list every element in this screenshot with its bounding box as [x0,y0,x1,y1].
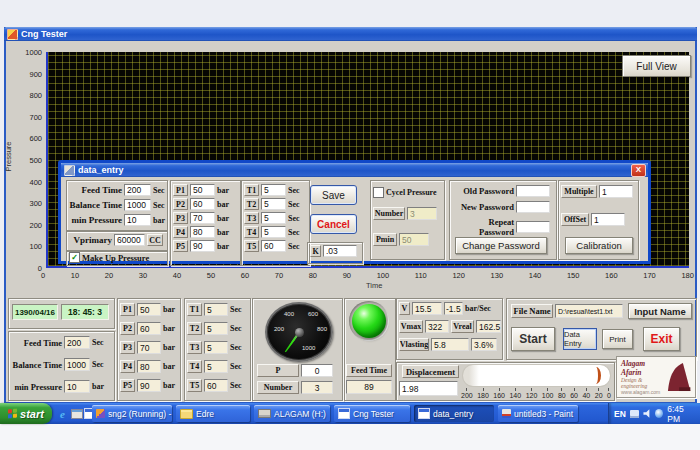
dialog-t2-field[interactable]: 5 [261,198,286,210]
dialog-p3-field[interactable]: 70 [190,212,215,224]
exit-button[interactable]: Exit [643,327,680,351]
t2-value[interactable]: 5 [204,322,228,335]
p4-unit: bar [163,362,175,371]
xtick: 120 [452,271,465,280]
balance-time-unit: Sec [92,360,104,369]
quicklaunch-ie-icon[interactable]: e [56,407,69,420]
language-indicator[interactable]: EN [614,409,626,419]
t1-row: T15Sec [187,303,242,316]
xtick: 10 [71,271,79,280]
xtick: 50 [207,271,215,280]
min-pressure-value[interactable]: 10 [64,380,90,393]
dialog-vprimary-field[interactable]: 60000 [114,234,145,246]
save-button[interactable]: Save [310,185,357,205]
stick: 60 [570,388,578,399]
dialog-t3-field[interactable]: 5 [261,212,286,224]
tank-level-marker [591,367,601,384]
dialog-t1-field[interactable]: 5 [261,184,286,196]
p2-row: P260bar [120,322,175,335]
dialog-p1-row: P150bar [173,184,229,196]
speaker-icon[interactable] [643,409,651,418]
p4-value[interactable]: 80 [137,360,161,373]
dialog-number-field[interactable]: 3 [407,207,437,220]
multiple-field[interactable]: 1 [599,185,633,198]
file-name-value[interactable]: D:\resual\test1.txt [555,304,623,318]
dialog-p4-field[interactable]: 80 [190,226,215,238]
ytick: 800 [14,91,42,100]
taskbar-button-data-entry[interactable]: data_entry [414,405,494,422]
taskbar-button-sng2[interactable]: sng2 (Running) - Micr... [92,405,172,422]
p1-value[interactable]: 50 [137,303,161,316]
dialog-p4-row: P480bar [173,226,229,238]
cancel-button[interactable]: Cancel [310,214,357,234]
start-button[interactable]: Start [511,327,555,351]
t5-value[interactable]: 60 [204,379,228,392]
dialog-p2-unit: bar [217,200,229,209]
old-password-field[interactable] [516,185,550,197]
tray-status-icon[interactable] [655,409,663,418]
gauge-hub [295,328,304,337]
t1-value[interactable]: 5 [204,303,228,316]
start-button-taskbar[interactable]: start [0,403,52,424]
v-row: V 15.5 -1.5 bar/Sec [399,302,491,315]
date-display: 1390/04/16 [12,304,58,320]
repeat-password-field[interactable] [516,221,550,233]
feed-time-value[interactable]: 200 [64,336,90,349]
k-field[interactable]: .03 [323,245,357,257]
dialog-pmin-field[interactable]: 50 [399,233,429,246]
vmax-value: 322 [425,320,449,333]
form-icon [418,408,430,419]
dialog-t4-field[interactable]: 5 [261,226,286,238]
ytick: 200 [14,221,42,230]
balance-time-value[interactable]: 1000 [64,358,90,371]
taskbar-button-edre[interactable]: Edre [176,405,250,422]
xtick: 60 [241,271,249,280]
stick: 160 [493,388,505,399]
dialog-t5-field[interactable]: 60 [261,240,286,252]
dialog-feed-time-label: Feed Time [68,185,122,195]
dialog-feed-time-field[interactable]: 200 [124,184,151,196]
taskbar-button-alagam-drive[interactable]: ALAGAM (H:) [254,405,330,422]
keyboard-icon[interactable] [630,410,640,418]
offset-field[interactable]: 1 [591,213,625,226]
p2-value[interactable]: 60 [137,322,161,335]
cycel-pressure-checkbox[interactable] [373,187,384,198]
displacement-label: Displacement [402,365,459,378]
x-axis-label: Time [366,281,382,290]
t3-value[interactable]: 5 [204,341,228,354]
dialog-p2-field[interactable]: 60 [190,198,215,210]
make-up-pressure-checkbox[interactable]: ✓ [69,252,80,263]
vreal-value: 162.5 [476,320,501,333]
p3-value[interactable]: 70 [137,341,161,354]
input-name-button[interactable]: Input Name [628,303,692,319]
repeat-password-row: Repeat Password [452,217,550,237]
dialog-t5-unit: Sec [288,242,300,251]
full-view-button[interactable]: Full View [622,55,691,77]
displacement-value: 1.98 [399,381,458,396]
xtick: 70 [275,271,283,280]
multiple-label: Multiple [561,185,597,198]
taskbar-button-paint[interactable]: untitled3 - Paint [498,405,578,422]
dialog-vprimary-row: Vprimary 60000 CC [68,234,163,246]
p5-unit: bar [163,381,175,390]
dialog-cycel-row: Cycel Pressure [373,187,437,198]
print-button[interactable]: Print [602,329,633,349]
dialog-min-pressure-unit: bar [153,216,165,225]
p5-value[interactable]: 90 [137,379,161,392]
visual-studio-icon [96,409,105,418]
dialog-p5-unit: bar [217,242,229,251]
change-password-button[interactable]: Change Password [455,237,547,254]
data-entry-button[interactable]: Data Entry [563,328,597,350]
quicklaunch-desktop-icon[interactable] [70,407,83,420]
dialog-p1-field[interactable]: 50 [190,184,215,196]
dialog-p1-label: P1 [173,184,188,196]
dialog-p5-field[interactable]: 90 [190,240,215,252]
calibration-button[interactable]: Calibration [565,237,633,254]
new-password-field[interactable] [516,201,550,213]
t4-value[interactable]: 5 [204,360,228,373]
dialog-balance-time-field[interactable]: 1000 [124,199,151,211]
taskbar-button-cng-tester[interactable]: Cng Tester [334,405,410,422]
logo-company-name: Alagam Afarin [621,359,667,377]
dialog-min-pressure-field[interactable]: 10 [124,214,151,226]
dialog-close-icon[interactable]: X [631,164,646,177]
